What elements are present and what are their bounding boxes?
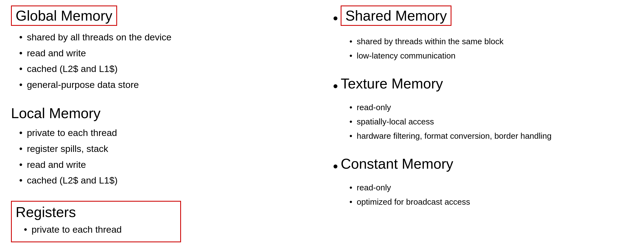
registers-title: Registers xyxy=(16,204,175,220)
list-item: read-only xyxy=(349,102,633,113)
registers-list: private to each thread xyxy=(16,223,175,236)
list-item: private to each thread xyxy=(24,223,175,236)
local-memory-list: private to each thread register spills, … xyxy=(11,126,306,187)
list-item: low-latency communication xyxy=(349,50,633,62)
page-layout: Global Memory shared by all threads on t… xyxy=(11,5,633,250)
list-item: cached (L2$ and L1$) xyxy=(19,174,306,187)
global-memory-section: Global Memory shared by all threads on t… xyxy=(11,5,306,91)
constant-memory-title: Constant Memory xyxy=(341,155,453,172)
shared-memory-list: shared by threads within the same block … xyxy=(333,36,633,62)
list-item: read-only xyxy=(349,182,633,193)
list-item: cached (L2$ and L1$) xyxy=(19,62,306,76)
list-item: read and write xyxy=(19,158,306,171)
left-column: Global Memory shared by all threads on t… xyxy=(11,5,322,250)
shared-memory-title: Shared Memory xyxy=(341,5,451,26)
texture-memory-list: read-only spatially-local access hardwar… xyxy=(333,102,633,142)
list-item: private to each thread xyxy=(19,126,306,140)
shared-memory-title-wrapper: • Shared Memory xyxy=(333,5,633,31)
texture-memory-bullet: • xyxy=(333,78,338,94)
shared-memory-bullet: • xyxy=(333,10,338,26)
list-item: register spills, stack xyxy=(19,142,306,155)
local-memory-title: Local Memory xyxy=(11,105,101,121)
registers-section: Registers private to each thread xyxy=(11,201,306,243)
texture-memory-title: Texture Memory xyxy=(341,75,443,92)
list-item: shared by all threads on the device xyxy=(19,31,306,44)
texture-memory-section: • Texture Memory read-only spatially-loc… xyxy=(333,75,633,142)
constant-memory-list: read-only optimized for broadcast access xyxy=(333,182,633,208)
list-item: hardware filtering, format conversion, b… xyxy=(349,130,633,142)
global-memory-title: Global Memory xyxy=(11,5,117,26)
local-memory-section: Local Memory private to each thread regi… xyxy=(11,105,306,187)
constant-memory-section: • Constant Memory read-only optimized fo… xyxy=(333,155,633,208)
constant-memory-bullet: • xyxy=(333,158,338,174)
list-item: shared by threads within the same block xyxy=(349,36,633,47)
shared-memory-section: • Shared Memory shared by threads within… xyxy=(333,5,633,62)
registers-box: Registers private to each thread xyxy=(11,201,181,243)
list-item: optimized for broadcast access xyxy=(349,196,633,208)
global-memory-list: shared by all threads on the device read… xyxy=(11,31,306,91)
list-item: spatially-local access xyxy=(349,116,633,127)
constant-memory-title-wrapper: • Constant Memory xyxy=(333,155,633,177)
texture-memory-title-wrapper: • Texture Memory xyxy=(333,75,633,97)
list-item: read and write xyxy=(19,47,306,60)
list-item: general-purpose data store xyxy=(19,78,306,91)
right-column: • Shared Memory shared by threads within… xyxy=(322,5,633,250)
